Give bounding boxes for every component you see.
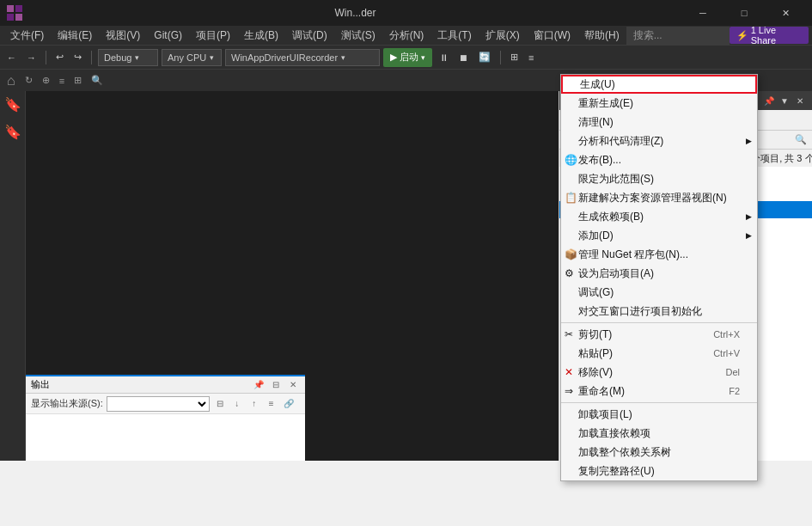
svg-rect-3	[15, 14, 22, 21]
output-tb-btn1[interactable]: ⊟	[213, 397, 227, 411]
toolbar2-btn6[interactable]: 🔍	[88, 71, 107, 90]
toolbar-restart[interactable]: 🔄	[475, 48, 494, 67]
menu-window[interactable]: 窗口(W)	[527, 27, 577, 45]
menu-tools[interactable]: 工具(T)	[430, 27, 478, 45]
toolbar2-btn2[interactable]: ↻	[21, 71, 36, 90]
ctx-analyze-submenu-icon: ▶	[746, 137, 752, 145]
publish-icon: 🌐	[565, 154, 577, 166]
toolbar-back[interactable]: ←	[3, 48, 20, 67]
ctx-paste[interactable]: 粘贴(P) Ctrl+V	[561, 344, 757, 363]
editor-area[interactable]: 输出 📌 ⊟ ✕ 显示输出来源(S): ⊟ ↓ ↑ ≡ 🔗	[26, 91, 559, 461]
output-tb-btn5[interactable]: 🔗	[282, 397, 296, 411]
liveshare-icon: ⚡	[736, 30, 748, 41]
menu-bar: 文件(F) 编辑(E) 视图(V) Git(G) 项目(P) 生成(B) 调试(…	[0, 26, 812, 45]
debug-config-dropdown[interactable]: Debug	[98, 49, 158, 66]
ctx-analyze[interactable]: 分析和代码清理(Z) ▶	[561, 132, 757, 150]
minimize-button[interactable]: ─	[683, 0, 723, 26]
cut-icon: ✂	[565, 328, 573, 340]
ctx-setstartup[interactable]: ⚙ 设为启动项目(A)	[561, 264, 757, 283]
output-controls: 📌 ⊟ ✕	[252, 378, 300, 392]
output-content	[26, 414, 305, 461]
output-toolbar: 显示输出来源(S): ⊟ ↓ ↑ ≡ 🔗	[26, 394, 305, 414]
liveshare-button[interactable]: ⚡ 1 Live Share	[730, 27, 809, 44]
menu-analyze[interactable]: 分析(N)	[382, 27, 431, 45]
project-config-dropdown[interactable]: WinAppDriverUIRecorder	[225, 49, 380, 66]
output-pin-button[interactable]: 📌	[252, 378, 266, 392]
ctx-cut-shortcut: Ctrl+X	[713, 329, 740, 339]
panel-arrow-button[interactable]: ▼	[778, 94, 791, 107]
toolbar-undo[interactable]: ↩	[52, 48, 67, 67]
ctx-build[interactable]: 生成(U)	[561, 75, 757, 94]
toolbar-separator-2	[91, 51, 92, 64]
ctx-rename[interactable]: ⇒ 重命名(M) F2	[561, 382, 757, 401]
toolbar2-btn1[interactable]: ⌂	[3, 71, 19, 90]
toolbar2-btn5[interactable]: ⊞	[70, 71, 85, 90]
output-panel-header: 输出 📌 ⊟ ✕	[26, 376, 305, 394]
output-panel: 输出 📌 ⊟ ✕ 显示输出来源(S): ⊟ ↓ ↑ ≡ 🔗	[26, 375, 305, 461]
close-button[interactable]: ✕	[766, 0, 805, 26]
ctx-add[interactable]: 添加(D) ▶	[561, 226, 757, 245]
toolbar-forward[interactable]: →	[23, 48, 40, 67]
window-controls: ─ □ ✕	[683, 0, 805, 26]
gutter-icon-1[interactable]: 🔖	[3, 95, 22, 113]
left-gutter: 🔖 🔖	[0, 91, 26, 461]
output-title: 输出	[31, 378, 252, 391]
ctx-unload[interactable]: 卸载项目(L)	[561, 405, 757, 424]
output-source-select[interactable]	[107, 396, 210, 412]
ctx-loadallref[interactable]: 加载整个依赖关系树	[561, 443, 757, 462]
search-icon[interactable]: 🔍	[795, 134, 807, 145]
title-bar: Win...der ─ □ ✕	[0, 0, 812, 26]
menu-debug[interactable]: 调试(D)	[285, 27, 334, 45]
output-tb-btn2[interactable]: ↓	[230, 397, 244, 411]
ctx-debugprop[interactable]: 调试(G)	[561, 283, 757, 302]
output-tb-btn3[interactable]: ↑	[247, 397, 261, 411]
menu-build[interactable]: 生成(B)	[237, 27, 285, 45]
ctx-openfolder[interactable]: 复制完整路径(U)	[561, 462, 757, 480]
ctx-cut[interactable]: ✂ 剪切(T) Ctrl+X	[561, 325, 757, 344]
panel-close-button[interactable]: ✕	[793, 94, 807, 107]
menu-view[interactable]: 视图(V)	[99, 27, 147, 45]
menu-file[interactable]: 文件(F)	[3, 27, 51, 45]
menu-git[interactable]: Git(G)	[147, 28, 189, 43]
cpu-config-dropdown[interactable]: Any CPU	[162, 49, 222, 66]
panel-controls: 📌 ▼ ✕	[762, 94, 807, 107]
context-menu: 生成(U) 重新生成(E) 清理(N) 分析和代码清理(Z) ▶ 🌐 发布(B)…	[560, 74, 758, 481]
toolbar-extra2[interactable]: ≡	[525, 48, 537, 67]
menu-extend[interactable]: 扩展(X)	[479, 27, 527, 45]
run-button[interactable]: ▶ 启动 ▾	[383, 48, 432, 67]
ctx-paste-shortcut: Ctrl+V	[713, 348, 740, 358]
toolbar-stop[interactable]: ⏹	[455, 48, 472, 67]
output-close-button[interactable]: ✕	[286, 378, 300, 392]
ctx-genref[interactable]: 生成依赖项(B) ▶	[561, 207, 757, 226]
toolbar2-btn3[interactable]: ⊕	[39, 71, 53, 90]
output-move-button[interactable]: ⊟	[269, 378, 283, 392]
menu-edit[interactable]: 编辑(E)	[51, 27, 99, 45]
toolbar-redo[interactable]: ↪	[70, 48, 85, 67]
toolbar-separator-1	[46, 51, 46, 64]
menu-test[interactable]: 测试(S)	[334, 27, 382, 45]
ctx-clean[interactable]: 清理(N)	[561, 113, 757, 132]
ctx-remove[interactable]: ✕ 移除(V) Del	[561, 363, 757, 382]
panel-pin-button[interactable]: 📌	[762, 94, 776, 107]
ctx-newsol[interactable]: 📋 新建解决方案资源管理器视图(N)	[561, 188, 757, 207]
gutter-icon-2[interactable]: 🔖	[3, 122, 22, 141]
toolbar-more[interactable]: ⏸	[436, 48, 452, 67]
ctx-adddirectref[interactable]: 加载直接依赖项	[561, 424, 757, 443]
menu-project[interactable]: 项目(P)	[189, 27, 237, 45]
setstartup-icon: ⚙	[565, 267, 574, 279]
output-tb-btn4[interactable]: ≡	[265, 397, 278, 411]
ctx-scope[interactable]: 限定为此范围(S)	[561, 169, 757, 188]
ctx-publish[interactable]: 🌐 发布(B)...	[561, 150, 757, 169]
toolbar2-btn4[interactable]: ≡	[56, 71, 68, 90]
toolbar-extra1[interactable]: ⊞	[507, 48, 522, 67]
menu-search[interactable]: 搜索...	[626, 27, 730, 45]
menu-help[interactable]: 帮助(H)	[577, 27, 626, 45]
ctx-nuget[interactable]: 📦 管理 NuGet 程序包(N)...	[561, 245, 757, 264]
ctx-initconsole[interactable]: 对交互窗口进行项目初始化	[561, 302, 757, 321]
maximize-button[interactable]: □	[724, 0, 764, 26]
window-title: Win...der	[27, 7, 683, 19]
output-source-label: 显示输出来源(S):	[31, 397, 103, 410]
ctx-rename-shortcut: F2	[729, 386, 740, 396]
ctx-rebuild[interactable]: 重新生成(E)	[561, 94, 757, 113]
ctx-genref-submenu-icon: ▶	[746, 212, 752, 221]
